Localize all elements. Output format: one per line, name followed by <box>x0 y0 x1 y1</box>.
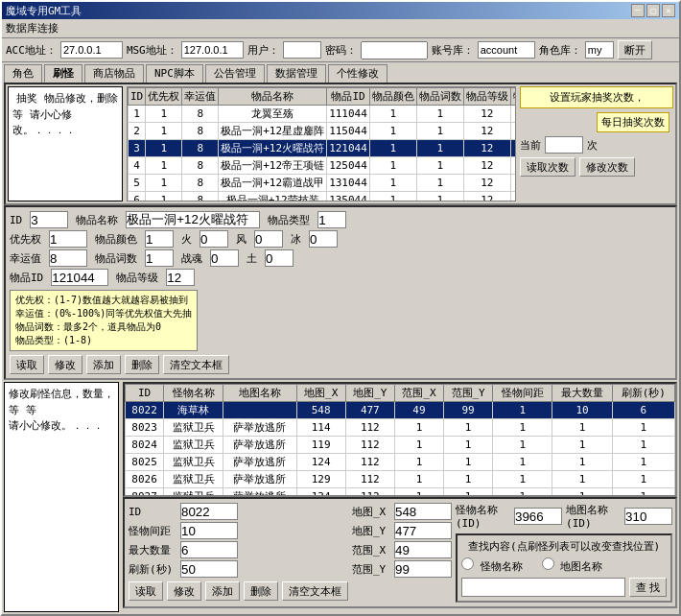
item-detail-panel: ID 物品名称 物品类型 优先权 物品颜色 火 风 <box>4 205 677 380</box>
color-input[interactable] <box>145 230 174 248</box>
col-pri: 优先权 <box>146 88 182 106</box>
type-input[interactable] <box>317 211 346 228</box>
user-input[interactable] <box>283 41 321 59</box>
item-table-row[interactable]: 618极品一洞+12莹技装13504411121000 <box>129 192 517 202</box>
m-ry-input[interactable] <box>394 560 452 578</box>
m-max-input[interactable] <box>180 541 238 558</box>
tab-npc[interactable]: NPC脚本 <box>146 64 203 83</box>
top-section: 角色 刷怪 商店物品 NPC脚本 公告管理 数据管理 个性修改 抽奖 物品修改，… <box>4 64 677 380</box>
tab-lottery[interactable]: 刷怪 <box>44 64 82 83</box>
pri-label: 优先权 <box>10 232 41 247</box>
menu-item-db[interactable]: 数据库连接 <box>6 22 59 35</box>
monster-max-row: 最大数量 <box>129 541 348 558</box>
pri-input[interactable] <box>49 230 87 248</box>
m-add-button[interactable]: 添加 <box>205 581 240 601</box>
minimize-button[interactable]: ─ <box>631 4 645 17</box>
item-table-row[interactable]: 318极品一洞+12火曜战符12104411121000 <box>129 140 517 157</box>
monster-col-left: ID 怪物间距 最大数量 <box>129 503 348 603</box>
fire-input[interactable] <box>200 230 228 248</box>
item-table-row[interactable]: 518极品一洞+12霸道战甲13104411121000 <box>129 175 517 192</box>
pwd-label: 密码： <box>325 43 357 58</box>
item-table: ID 优先权 幸运值 物品名称 物品ID 物品颜色 物品词数 物品等级 物品类型 <box>128 87 516 201</box>
fire-label: 火 <box>181 232 192 247</box>
acc-label: ACC地址： <box>6 43 57 58</box>
m-mapx-row: 地图_X <box>352 503 452 520</box>
luck-input[interactable] <box>49 249 87 267</box>
m-modify-button[interactable]: 修改 <box>167 581 201 601</box>
soul-input[interactable] <box>210 249 239 267</box>
m-dist-input[interactable] <box>180 522 238 539</box>
tab-notice[interactable]: 公告管理 <box>205 64 265 83</box>
connect-button[interactable]: 断开 <box>618 40 652 59</box>
db-input[interactable] <box>478 41 535 59</box>
m-col-y: 地图_Y <box>345 385 394 402</box>
col-luck: 幸运值 <box>182 88 219 106</box>
item-delete-button[interactable]: 删除 <box>125 355 159 374</box>
col-name: 物品名称 <box>219 88 327 106</box>
close-button[interactable]: ✕ <box>662 4 675 17</box>
msg-input[interactable] <box>181 41 244 59</box>
item-table-row[interactable]: 218极品一洞+12星虚鏖阵11504411121000 <box>129 123 517 140</box>
pwd-input[interactable] <box>361 41 428 59</box>
m-id-input[interactable] <box>180 503 238 520</box>
m-rx-input[interactable] <box>394 541 452 558</box>
monster-table-row[interactable]: 8026监狱卫兵萨举放逃所12911211111 <box>126 471 675 488</box>
ice-label: 冰 <box>291 232 301 247</box>
item-table-row[interactable]: 118龙翼至殇11104411121100 <box>129 106 517 123</box>
search-input[interactable] <box>461 578 625 597</box>
tab-role[interactable]: 角色 <box>4 64 42 83</box>
monster-table-row[interactable]: 8027监狱卫兵萨举放逃所13411211111 <box>126 488 675 498</box>
m-delete-button[interactable]: 删除 <box>244 581 278 601</box>
grade-input[interactable] <box>166 269 195 286</box>
monster-table-row[interactable]: 8025监狱卫兵萨举放逃所12411211111 <box>126 454 675 471</box>
current-value-input[interactable] <box>545 136 583 154</box>
id-input[interactable] <box>30 211 68 228</box>
monster-table-row[interactable]: 8022海草林54847749991106 <box>126 402 675 419</box>
earth-input[interactable] <box>265 249 294 267</box>
maximize-button[interactable]: □ <box>646 4 660 17</box>
monster-area: 修改刷怪信息，数量，等 等请小心修改。．．． ID 怪物名称 地图名称 <box>4 382 677 612</box>
wind-input[interactable] <box>254 230 283 248</box>
m-refresh-input[interactable] <box>180 560 238 578</box>
monster-btn-row: 读取 修改 添加 删除 清空文本框 <box>129 581 348 601</box>
monster-detail-columns: ID 怪物间距 最大数量 <box>129 503 671 603</box>
words-input[interactable] <box>145 249 174 267</box>
monster-radio-label[interactable]: 怪物名称 <box>461 557 523 574</box>
item-add-button[interactable]: 添加 <box>86 355 121 374</box>
item-table-row[interactable]: 418极品一洞+12帝王项链12504411121000 <box>129 157 517 175</box>
lottery-title: 设置玩家抽奖次数， <box>520 86 673 108</box>
item-btn-row: 读取 修改 添加 删除 清空文本框 <box>10 355 671 374</box>
read-count-button[interactable]: 读取次数 <box>520 157 575 177</box>
m-mapname-input[interactable] <box>624 508 672 525</box>
wind-label: 风 <box>236 232 247 247</box>
map-radio[interactable] <box>542 557 554 570</box>
ice-input[interactable] <box>309 230 338 248</box>
item-clear-button[interactable]: 清空文本框 <box>163 355 229 374</box>
monster-table-row[interactable]: 8023监狱卫兵萨举放逃所11411211111 <box>126 419 675 437</box>
item-id-input[interactable] <box>51 269 108 286</box>
monster-radio[interactable] <box>461 557 474 570</box>
m-clear-button[interactable]: 清空文本框 <box>282 581 348 601</box>
m-mapy-input[interactable] <box>394 522 452 539</box>
earth-label: 土 <box>247 251 257 266</box>
tab-shop[interactable]: 商店物品 <box>84 64 144 83</box>
item-modify-button[interactable]: 修改 <box>48 355 82 374</box>
col-grade: 物品等级 <box>463 88 510 106</box>
item-read-button[interactable]: 读取 <box>10 355 44 374</box>
m-mapx-input[interactable] <box>394 503 452 520</box>
monster-table-scroll[interactable]: ID 怪物名称 地图名称 地图_X 地图_Y 范围_X 范围_Y 怪物间距 最大… <box>123 382 677 497</box>
tab-personal[interactable]: 个性修改 <box>328 64 387 83</box>
m-ry-row: 范围_Y <box>352 560 452 578</box>
item-table-scroll[interactable]: ID 优先权 幸运值 物品名称 物品ID 物品颜色 物品词数 物品等级 物品类型 <box>127 86 516 201</box>
search-button[interactable]: 查 找 <box>629 578 667 597</box>
role-input[interactable] <box>585 41 614 59</box>
m-rx-row: 范围_X <box>352 541 452 558</box>
monster-table-row[interactable]: 8024监狱卫兵萨举放逃所11911211111 <box>126 437 675 454</box>
modify-count-button[interactable]: 修改次数 <box>579 157 635 177</box>
m-read-button[interactable]: 读取 <box>129 581 163 601</box>
name-input[interactable] <box>126 211 260 228</box>
tab-data[interactable]: 数据管理 <box>267 64 326 83</box>
m-mname-input[interactable] <box>514 508 562 525</box>
map-radio-label[interactable]: 地图名称 <box>542 557 603 574</box>
acc-input[interactable] <box>60 41 123 59</box>
